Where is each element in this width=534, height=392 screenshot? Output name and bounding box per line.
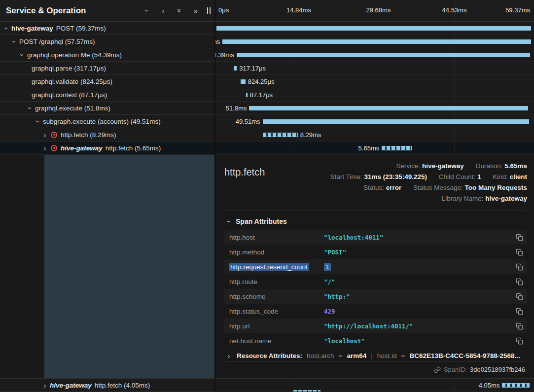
double-chevron-down-icon[interactable]: » xyxy=(176,7,183,14)
attribute-row[interactable]: http.scheme "http:" xyxy=(224,289,527,304)
span-duration-label: 4.05ms xyxy=(479,382,500,389)
chevron-down-icon[interactable]: › xyxy=(143,7,151,14)
meta-line: Start Time: 31ms (23:35:49.225) Child Co… xyxy=(330,172,527,182)
timeline-row[interactable]: 824.25μs xyxy=(214,75,534,88)
span-label: graphql.operation Me (54.39ms) xyxy=(27,51,122,59)
attribute-row[interactable]: http.route "/" xyxy=(224,274,527,289)
chevron-down-icon[interactable]: › xyxy=(3,25,10,32)
tree-row[interactable]: › graphql.operation Me (54.39ms) xyxy=(0,48,214,62)
service-operation-title: Service & Operation xyxy=(6,6,143,16)
copy-icon[interactable] xyxy=(512,278,523,285)
attribute-row[interactable]: net.host.name "localhost" xyxy=(224,333,527,348)
chevron-down-icon[interactable]: › xyxy=(19,51,26,58)
span-label: http.fetch (4.05ms) xyxy=(95,382,150,389)
span-bar[interactable] xyxy=(502,383,530,388)
span-label: graphql.parse (317.17μs) xyxy=(32,65,106,72)
span-bar[interactable] xyxy=(249,106,528,110)
status-message-value: Too Many Requests xyxy=(464,184,527,191)
span-row: graphql.parse (317.17μs) 317.17μs xyxy=(0,62,534,75)
timeline-row[interactable]: 51.8ms xyxy=(214,102,534,115)
copy-icon[interactable] xyxy=(512,234,523,241)
tree-row[interactable]: graphql.validate (824.25μs) xyxy=(0,75,214,88)
timeline-row[interactable]: 5.65ms xyxy=(214,142,534,155)
detail-footer: SpanID: 3de02518937fb246 xyxy=(224,361,527,375)
chevron-right-icon[interactable]: › xyxy=(41,144,48,152)
timeline-row[interactable]: 57.57ms xyxy=(214,35,534,48)
attribute-row[interactable]: http.host "localhost:4011" xyxy=(224,230,527,245)
tree-row[interactable]: graphql.context (87.17μs) xyxy=(0,88,214,102)
tree-row[interactable]: › subgraph.execute (accounts) (49.51ms) xyxy=(0,115,214,128)
span-service-name: hive-gateway xyxy=(50,382,92,389)
span-bar[interactable] xyxy=(216,26,531,31)
span-duration-label: 5.65ms xyxy=(358,144,380,152)
span-attributes-section-header[interactable]: › Span Attributes xyxy=(224,211,527,230)
timeline-row[interactable]: 87.17μs xyxy=(214,88,534,102)
tree-row[interactable]: › hive-gateway http.fetch (5.65ms) xyxy=(0,142,214,155)
tree-toolbar: › › » » xyxy=(143,7,199,14)
timeline-row[interactable]: 59.37ms xyxy=(214,22,534,35)
attribute-row[interactable]: http.status_code 429 xyxy=(224,304,527,319)
copy-icon[interactable] xyxy=(512,322,523,330)
span-service-name: hive-gateway xyxy=(61,144,103,152)
span-bar[interactable] xyxy=(263,119,529,124)
resource-value: BC62E13B-C4CC-5854-9788-2568... xyxy=(409,352,520,359)
link-icon[interactable] xyxy=(434,366,441,373)
tree-row[interactable]: › hive-gateway http.fetch (4.05ms) xyxy=(0,379,214,392)
meta-line: Service: hive-gateway Duration: 5.65ms xyxy=(330,161,527,172)
attribute-value: "localhost:4011" xyxy=(324,234,512,241)
timeline-row[interactable]: 8.29ms xyxy=(214,128,534,142)
timeline-row[interactable]: 4.05ms xyxy=(214,379,534,392)
span-bar[interactable] xyxy=(234,66,237,71)
copy-icon[interactable] xyxy=(512,337,523,345)
attribute-row[interactable]: http.request.resend_count 1 xyxy=(224,259,527,274)
copy-icon[interactable] xyxy=(512,293,523,300)
span-id-label: SpanID: xyxy=(444,366,467,373)
start-time-label: Start Time: xyxy=(330,173,362,180)
copy-icon[interactable] xyxy=(512,249,523,256)
timeline-tick: 59.37ms xyxy=(505,6,530,14)
span-bar[interactable] xyxy=(241,79,246,84)
chevron-down-icon[interactable]: › xyxy=(27,105,34,111)
copy-icon[interactable] xyxy=(512,263,523,271)
span-metadata: Service: hive-gateway Duration: 5.65ms S… xyxy=(330,161,527,204)
timeline-row[interactable]: 54.39ms xyxy=(214,48,534,62)
service-value: hive-gateway xyxy=(422,162,464,170)
double-chevron-right-icon[interactable]: » xyxy=(192,7,199,14)
attribute-row[interactable]: http.method "POST" xyxy=(224,245,527,259)
chevron-right-icon[interactable]: › xyxy=(160,7,167,14)
duration-label: Duration: xyxy=(476,162,503,170)
chevron-right-icon[interactable]: › xyxy=(41,131,48,139)
panel-resize-handle[interactable] xyxy=(207,7,211,14)
span-bar[interactable] xyxy=(237,53,531,57)
chevron-down-icon[interactable]: › xyxy=(226,218,232,225)
start-time-value: 31ms (23:35:49.225) xyxy=(364,173,427,180)
timeline-row[interactable]: 317.17μs xyxy=(214,62,534,75)
tree-row[interactable]: › graphql.execute (51.8ms) xyxy=(0,102,214,115)
span-duration-label: 51.8ms xyxy=(226,105,247,112)
span-bar[interactable] xyxy=(382,146,412,150)
chevron-right-icon[interactable]: › xyxy=(225,352,232,359)
span-row: graphql.context (87.17μs) 87.17μs xyxy=(0,88,534,102)
attribute-key: http.url xyxy=(229,322,324,330)
span-bar[interactable] xyxy=(246,93,248,97)
span-row: › graphql.execute (51.8ms) 51.8ms xyxy=(0,102,534,115)
span-attributes-title: Span Attributes xyxy=(236,217,287,225)
span-bar[interactable] xyxy=(222,39,531,44)
span-label: http.fetch (5.65ms) xyxy=(106,144,161,152)
tree-row[interactable]: › hive-gateway POST (59.37ms) xyxy=(0,22,214,35)
partial-next-span-bar xyxy=(293,390,320,392)
chevron-down-icon[interactable]: › xyxy=(35,118,42,125)
error-status-icon xyxy=(51,145,57,151)
library-name-label: Library Name: xyxy=(442,195,484,202)
resource-attributes-row[interactable]: › Resource Attributes: host.arch = arm64… xyxy=(224,348,527,361)
span-duration-label: 87.17μs xyxy=(250,91,273,99)
timeline-row[interactable]: 49.51ms xyxy=(214,115,534,128)
attribute-row[interactable]: http.url "http://localhost:4011/" xyxy=(224,319,527,333)
span-bar[interactable] xyxy=(263,133,298,137)
tree-row[interactable]: › POST /graphql (57.57ms) xyxy=(0,35,214,48)
copy-icon[interactable] xyxy=(512,308,523,315)
chevron-down-icon[interactable]: › xyxy=(11,38,18,45)
tree-row[interactable]: graphql.parse (317.17μs) xyxy=(0,62,214,75)
tree-row[interactable]: › http.fetch (8.29ms) xyxy=(0,128,214,142)
chevron-right-icon[interactable]: › xyxy=(41,382,48,389)
